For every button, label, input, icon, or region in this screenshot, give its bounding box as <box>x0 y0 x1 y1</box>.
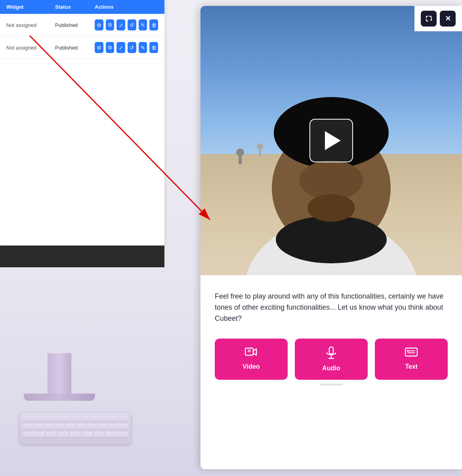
table-col-status: Status <box>55 4 95 10</box>
key-shift <box>23 432 45 438</box>
action-btn-edit-2[interactable]: ✎ <box>139 42 147 53</box>
key <box>44 424 53 430</box>
video-button-label: Video <box>242 363 260 370</box>
video-area <box>200 6 462 275</box>
action-btn-refresh[interactable]: ↺ <box>128 19 136 30</box>
content-description: Feel free to play around with any of thi… <box>215 291 448 324</box>
key <box>70 432 80 438</box>
table-row: Not assigned Published ⚙ ⧉ ⤢ ↺ ✎ 🗑 <box>0 14 164 36</box>
key <box>86 424 96 430</box>
action-btn-delete[interactable]: 🗑 <box>149 19 158 30</box>
action-buttons-row: Video Audio <box>215 339 448 380</box>
dashboard-background: Widget Status Actions Not assigned Publi… <box>0 0 164 246</box>
row2-widget: Not assigned <box>6 45 55 51</box>
audio-button[interactable]: Audio <box>295 339 368 380</box>
svg-point-5 <box>276 216 387 263</box>
key <box>94 432 105 438</box>
svg-rect-10 <box>239 156 242 164</box>
table-row: Not assigned Published ⚙ ⧉ ⤢ ↺ ✎ 🗑 <box>0 36 164 59</box>
close-button[interactable]: ✕ <box>440 11 456 27</box>
svg-rect-19 <box>405 348 417 356</box>
text-button[interactable]: Text <box>375 339 448 380</box>
svg-point-11 <box>257 143 263 150</box>
table-col-widget: Widget <box>6 4 55 10</box>
action-btn-settings[interactable]: ⚙ <box>95 19 103 30</box>
video-button[interactable]: Video <box>215 339 288 380</box>
keyboard-row-3 <box>23 432 128 438</box>
key <box>42 416 51 422</box>
row1-widget: Not assigned <box>6 22 55 28</box>
text-button-label: Text <box>405 363 418 370</box>
svg-rect-12 <box>259 150 261 157</box>
key <box>58 432 69 438</box>
play-button[interactable] <box>309 119 353 162</box>
key <box>90 416 99 422</box>
key <box>97 424 107 430</box>
monitor-foot <box>24 394 95 401</box>
key <box>109 416 118 422</box>
key <box>100 416 108 422</box>
svg-point-9 <box>236 149 244 156</box>
action-btn-copy[interactable]: ⧉ <box>106 19 115 30</box>
text-icon <box>405 347 418 359</box>
row2-status: Published <box>55 45 95 51</box>
action-btn-delete-2[interactable]: 🗑 <box>149 42 158 53</box>
modal-panel: ✕ <box>200 6 462 469</box>
keyboard-row-1 <box>23 416 128 422</box>
key <box>119 416 128 422</box>
key-shift-right <box>106 432 128 438</box>
table-col-actions: Actions <box>95 4 158 10</box>
key <box>23 416 31 422</box>
monitor-stand <box>48 353 71 397</box>
audio-icon <box>326 347 336 361</box>
keyboard <box>20 413 131 444</box>
svg-point-8 <box>307 194 355 222</box>
row1-status: Published <box>55 22 95 28</box>
play-icon <box>325 131 341 150</box>
scroll-hint <box>319 384 343 385</box>
row1-actions: ⚙ ⧉ ⤢ ↺ ✎ 🗑 <box>95 19 158 30</box>
action-btn-share-2[interactable]: ⤢ <box>116 42 125 53</box>
key <box>52 416 60 422</box>
expand-button[interactable] <box>421 11 437 27</box>
svg-rect-16 <box>329 347 333 354</box>
screen-bottom-bar <box>0 246 164 267</box>
key <box>23 424 32 430</box>
video-icon <box>245 347 258 359</box>
keyboard-row-2 <box>23 424 128 430</box>
key <box>61 416 70 422</box>
audio-button-label: Audio <box>322 365 340 372</box>
key <box>55 424 64 430</box>
key <box>108 424 117 430</box>
content-panel: Feel free to play around with any of thi… <box>200 275 462 469</box>
key <box>118 424 128 430</box>
svg-rect-22 <box>407 350 409 352</box>
key <box>76 424 86 430</box>
action-btn-settings-2[interactable]: ⚙ <box>95 42 103 53</box>
key <box>82 432 93 438</box>
action-btn-refresh-2[interactable]: ↺ <box>128 42 136 53</box>
key <box>32 416 41 422</box>
key <box>81 416 89 422</box>
row2-actions: ⚙ ⧉ ⤢ ↺ ✎ 🗑 <box>95 42 158 53</box>
table-header: Widget Status Actions <box>0 0 164 14</box>
action-btn-edit[interactable]: ✎ <box>139 19 147 30</box>
key <box>65 424 75 430</box>
key <box>71 416 79 422</box>
key <box>34 424 43 430</box>
action-btn-copy-2[interactable]: ⧉ <box>106 42 115 53</box>
modal-topbar: ✕ <box>414 6 462 31</box>
key <box>46 432 57 438</box>
action-btn-share[interactable]: ⤢ <box>116 19 125 30</box>
